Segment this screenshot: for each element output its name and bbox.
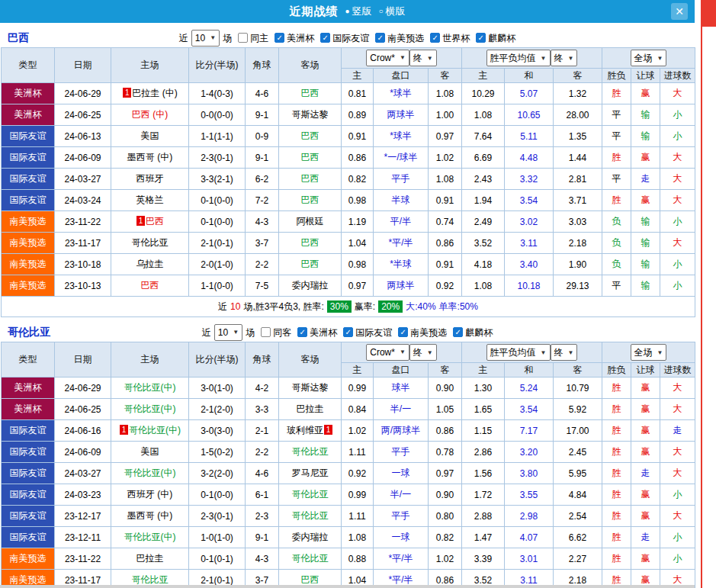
home-team[interactable]: 1巴拉圭 (中): [111, 83, 189, 104]
away-team[interactable]: 阿根廷: [279, 211, 342, 233]
home-team[interactable]: 巴西 (中): [111, 104, 189, 126]
asia-home-odds: 1.11: [342, 442, 374, 463]
away-team[interactable]: 哥伦比亚: [279, 442, 342, 463]
away-team-label: 巴西: [301, 574, 319, 585]
home-team[interactable]: 英格兰: [111, 190, 189, 211]
home-team[interactable]: 墨西哥 (中): [111, 147, 189, 169]
asia-stage-select[interactable]: 终▼: [409, 50, 437, 66]
away-team[interactable]: 哥伦比亚: [279, 506, 342, 527]
floating-widget-button[interactable]: [702, 0, 716, 27]
home-team[interactable]: 1巴西: [111, 211, 189, 233]
result-goals: 小: [660, 254, 695, 275]
bookmaker-select[interactable]: Crow*▼: [366, 50, 409, 66]
score: 0-1(0-0): [189, 211, 246, 233]
home-team[interactable]: 哥伦比亚: [111, 233, 189, 254]
home-team[interactable]: 哥伦比亚(中): [111, 463, 189, 484]
europe-odds-select-value: 胜平负均值: [490, 346, 536, 359]
cup-checkbox[interactable]: ✓: [398, 327, 408, 337]
match-row: 国际友谊24-03-27西班牙3-3(2-1)6-2巴西0.82平手1.082.…: [2, 169, 695, 190]
away-team[interactable]: 委内瑞拉: [279, 275, 342, 297]
competition-type: 美洲杯: [2, 104, 55, 126]
bottom-edge: [0, 585, 695, 588]
same-venue-checkbox[interactable]: [261, 327, 271, 337]
away-team-label: 巴西: [301, 237, 319, 248]
home-team[interactable]: 哥伦比亚(中): [111, 399, 189, 420]
cup-checkbox[interactable]: ✓: [275, 33, 284, 43]
europe-stage-select[interactable]: 终▼: [551, 50, 578, 66]
home-team[interactable]: 美国: [111, 126, 189, 147]
away-team[interactable]: 巴西: [279, 126, 342, 147]
same-venue-label: 同客: [273, 323, 291, 342]
recent-count-select[interactable]: 10▼: [191, 30, 220, 47]
away-team[interactable]: 巴西: [279, 254, 342, 275]
home-team[interactable]: 哥伦比亚(中): [111, 378, 189, 399]
match-date: 24-06-25: [55, 399, 111, 420]
cup-checkbox[interactable]: ✓: [453, 327, 463, 337]
recent-results-window: 近期战绩 ● 竖版 ○ 横版 ✕ 巴西近10▼场同主✓美洲杯✓国际友谊✓南美预选…: [0, 0, 695, 588]
cup-checkbox[interactable]: ✓: [320, 33, 330, 43]
result-wdl: 平: [602, 275, 631, 297]
away-team[interactable]: 委内瑞拉: [279, 527, 342, 548]
same-venue-checkbox[interactable]: [238, 33, 248, 43]
side-rail: [701, 0, 716, 588]
result-handicap: 赢: [631, 420, 660, 442]
home-team[interactable]: 乌拉圭: [111, 254, 189, 275]
away-team[interactable]: 巴西: [279, 83, 342, 104]
asia-away-odds: 0.91: [429, 254, 462, 275]
away-team[interactable]: 巴西: [279, 190, 342, 211]
recent-count-select-value: 10: [218, 323, 228, 342]
matches-label: 场: [223, 28, 232, 48]
away-team[interactable]: 玻利维亚1: [279, 420, 342, 442]
asia-home-odds: 0.91: [342, 126, 374, 147]
result-goals: 大: [660, 233, 695, 254]
result-handicap: 赢: [631, 83, 660, 104]
cup-checkbox[interactable]: ✓: [430, 33, 440, 43]
away-team[interactable]: 哥斯达黎: [279, 378, 342, 399]
stats-summary: 近10场,胜3平4负3, 胜率:30%赢率:20%大:40%单率:50%: [2, 297, 695, 317]
home-team[interactable]: 巴西: [111, 275, 189, 297]
away-team-label: 委内瑞拉: [292, 280, 329, 291]
home-team[interactable]: 巴拉圭: [111, 548, 189, 570]
europe-odds-select[interactable]: 胜平负均值▼: [486, 344, 551, 361]
bookmaker-select[interactable]: Crow*▼: [366, 344, 409, 361]
match-scope-select[interactable]: 全场▼: [631, 344, 667, 361]
home-team[interactable]: 1哥伦比亚(中): [111, 420, 189, 442]
away-team[interactable]: 哥伦比亚: [279, 484, 342, 506]
home-team[interactable]: 西班牙 (中): [111, 484, 189, 506]
recent-count-select[interactable]: 10▼: [214, 324, 242, 341]
europe-odds-select[interactable]: 胜平负均值▼: [486, 50, 551, 66]
europe-away-odds: 4.84: [554, 484, 602, 506]
away-team[interactable]: 罗马尼亚: [279, 463, 342, 484]
result-goals: 小: [660, 548, 695, 570]
match-scope-select[interactable]: 全场▼: [631, 50, 667, 66]
result-goals: 大: [660, 378, 695, 399]
away-team[interactable]: 巴西: [279, 169, 342, 190]
away-team[interactable]: 巴西: [279, 233, 342, 254]
away-team[interactable]: 巴拉圭: [279, 399, 342, 420]
europe-stage-select[interactable]: 终▼: [551, 344, 578, 361]
filter-controls: 近10▼场同主✓美洲杯✓国际友谊✓南美预选✓世界杯✓麒麟杯: [179, 28, 515, 48]
away-team[interactable]: 哥斯达黎: [279, 104, 342, 126]
home-team[interactable]: 墨西哥 (中): [111, 506, 189, 527]
away-team[interactable]: 巴西: [279, 147, 342, 169]
layout-radio-horizontal[interactable]: ○ 横版: [379, 5, 406, 18]
europe-away-odds: 1.90: [554, 254, 602, 275]
cup-checkbox[interactable]: ✓: [297, 327, 307, 337]
cup-checkbox[interactable]: ✓: [476, 33, 486, 43]
home-team[interactable]: 美国: [111, 442, 189, 463]
sub-header: 主: [342, 69, 374, 83]
home-team[interactable]: 西班牙: [111, 169, 189, 190]
cup-checkbox[interactable]: ✓: [375, 33, 385, 43]
home-team[interactable]: 哥伦比亚(中): [111, 527, 189, 548]
cup-checkbox[interactable]: ✓: [343, 327, 353, 337]
cup-label: 国际友谊: [332, 28, 369, 48]
layout-radio-vertical[interactable]: ● 竖版: [345, 5, 371, 18]
corners: 4-6: [246, 83, 279, 104]
away-team-label: 阿根廷: [297, 216, 324, 227]
result-goals: 小: [660, 484, 695, 506]
away-team[interactable]: 哥伦比亚: [279, 548, 342, 570]
sub-header: 进球数: [660, 69, 695, 83]
col-header-home: 主场: [111, 48, 189, 83]
asia-stage-select[interactable]: 终▼: [409, 344, 437, 361]
close-icon[interactable]: ✕: [671, 3, 688, 20]
